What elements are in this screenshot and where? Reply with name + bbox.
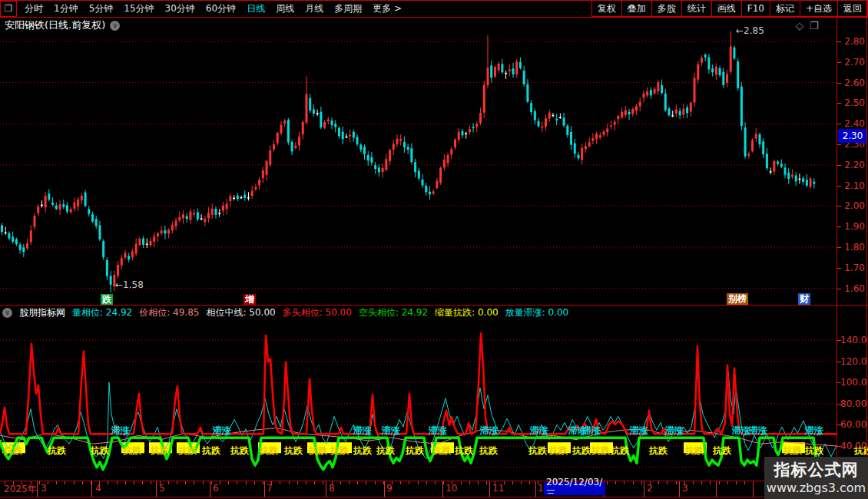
toolbar-button-+自选[interactable]: +自选 — [800, 0, 838, 17]
toolbar-button-返回[interactable]: 返回 — [837, 0, 868, 17]
time-axis[interactable]: 2025年345678910111232025/12/03/三 — [0, 481, 868, 497]
time-tick — [693, 481, 694, 484]
toolbar-button-统计[interactable]: 统计 — [681, 0, 712, 17]
zhizhang-label: 滞涨 — [480, 425, 499, 438]
axis-border — [837, 17, 837, 497]
indicator-axis-label: 100.0 — [840, 377, 865, 388]
toolbar-button-画线[interactable]: 画线 — [711, 0, 742, 17]
price-axis-label: 2.80 — [842, 36, 865, 47]
time-tick — [280, 481, 280, 484]
time-tick — [615, 481, 616, 484]
time-tick — [246, 481, 247, 484]
period-tab-5分钟[interactable]: 5分钟 — [89, 2, 114, 15]
window-border-bottom — [0, 497, 868, 497]
time-tick — [710, 481, 711, 484]
time-tick — [521, 481, 522, 484]
month-label: 10 — [446, 483, 457, 494]
indicator-field: 空头相位: 24.92 — [359, 306, 428, 319]
toolbar-button-多股[interactable]: 多股 — [651, 0, 682, 17]
kangdie-label: 抗跌 — [713, 444, 731, 458]
period-tab-日线[interactable]: 日线 — [247, 2, 265, 15]
price-axis-tick — [837, 289, 841, 289]
time-tick — [203, 481, 204, 484]
kangdie-label: 抗跌 — [432, 444, 451, 458]
month-label: 8 — [329, 483, 335, 494]
time-tick — [142, 481, 143, 484]
zhizhang-label: 滞涨 — [749, 425, 767, 438]
toolbar-button-F10[interactable]: F10 — [741, 0, 770, 17]
time-tick — [400, 481, 401, 484]
price-axis-label: 1.90 — [842, 221, 865, 232]
indicator-field: 多头相位: 50.00 — [283, 306, 352, 319]
kangdie-label: 抗跌 — [611, 444, 629, 458]
time-tick — [426, 481, 427, 484]
month-label: 5 — [159, 483, 165, 494]
period-tab-多周期[interactable]: 多周期 — [334, 2, 362, 15]
toolbar-button-标记[interactable]: 标记 — [770, 0, 800, 17]
period-tabs: 分时1分钟5分钟15分钟30分钟60分钟日线周线月线多周期更多 > — [17, 2, 402, 15]
month-boundary — [326, 481, 326, 497]
time-tick — [323, 481, 323, 484]
chevron-down-icon[interactable]: ∨ — [2, 308, 12, 318]
layout-icon[interactable]: ❐ — [0, 1, 17, 17]
toolbar-button-叠加[interactable]: 叠加 — [621, 0, 652, 17]
month-label: 9 — [386, 483, 393, 494]
indicator-field: 相位中线: 50.00 — [206, 306, 275, 319]
time-tick — [641, 481, 642, 484]
period-tab-更多 >[interactable]: 更多 > — [373, 2, 402, 15]
price-axis-label: 1.60 — [842, 283, 865, 294]
current-price-box: 2.30 — [838, 129, 867, 143]
time-tick — [607, 481, 608, 484]
time-tick — [263, 481, 263, 484]
period-tab-60分钟[interactable]: 60分钟 — [206, 2, 236, 15]
time-tick — [117, 481, 118, 484]
zhizhang-label: 滞涨 — [805, 425, 823, 438]
event-badge-别榜[interactable]: 别榜 — [727, 293, 748, 305]
time-tick — [314, 481, 315, 484]
indicator-source[interactable]: 股朋指标网 — [19, 306, 65, 319]
time-tick — [469, 481, 470, 484]
month-label: 11 — [492, 483, 504, 494]
period-tab-15分钟[interactable]: 15分钟 — [124, 2, 154, 15]
period-tab-分时[interactable]: 分时 — [25, 2, 43, 15]
month-boundary — [489, 481, 490, 497]
time-tick — [108, 481, 108, 484]
watermark: 指标公式网 www.zbgs3.com — [764, 457, 868, 499]
price-axis-label: 1.80 — [842, 242, 865, 253]
kangdie-label: 抗跌 — [406, 444, 424, 458]
month-boundary — [716, 481, 717, 497]
toolbar-button-复权[interactable]: 复权 — [591, 0, 622, 17]
event-badge-跌[interactable]: 跌 — [101, 294, 113, 306]
time-tick — [125, 481, 126, 484]
watermark-url: www.zbgs3.com — [764, 481, 868, 495]
period-tab-周线[interactable]: 周线 — [276, 2, 294, 15]
price-axis-label: 2.10 — [842, 180, 865, 191]
time-tick — [366, 481, 366, 484]
zhizhang-label: 滞涨 — [665, 425, 684, 438]
kangdie-label: 抗跌 — [4, 444, 22, 458]
month-boundary — [644, 481, 644, 497]
month-boundary — [37, 481, 38, 497]
selected-date-box: 2025/12/03/三 — [544, 482, 605, 495]
time-tick — [744, 481, 745, 484]
time-tick — [48, 481, 48, 484]
time-tick — [297, 481, 298, 484]
period-tab-30分钟[interactable]: 30分钟 — [165, 2, 195, 15]
time-tick — [228, 481, 229, 484]
time-tick — [701, 481, 702, 484]
event-badge-财[interactable]: 财 — [798, 293, 810, 305]
month-label: 1 — [538, 483, 544, 494]
indicator-field: 放量滞涨: 0.00 — [505, 306, 569, 319]
time-tick — [418, 481, 419, 484]
period-tab-1分钟[interactable]: 1分钟 — [54, 2, 78, 15]
month-label: 4 — [95, 483, 101, 494]
month-label: 6 — [213, 483, 219, 494]
time-tick — [306, 481, 306, 484]
indicator-axis-label: 140.0 — [840, 335, 865, 345]
month-boundary — [264, 481, 265, 497]
price-annotation: ←1.58 — [115, 279, 144, 290]
candlestick-chart[interactable] — [0, 23, 837, 305]
event-badge-增[interactable]: 增 — [244, 294, 256, 306]
period-tab-月线[interactable]: 月线 — [305, 2, 323, 15]
time-tick — [357, 481, 358, 484]
